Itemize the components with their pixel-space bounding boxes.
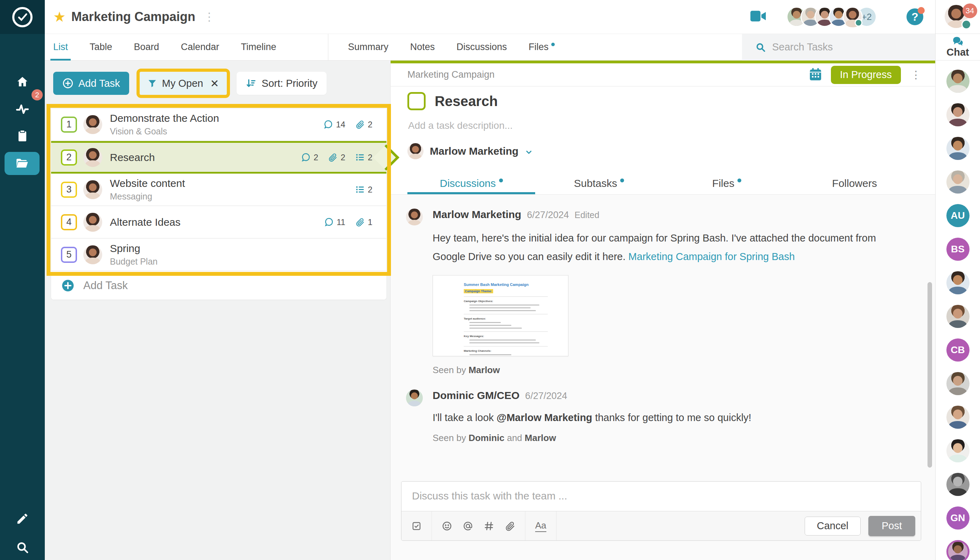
title-menu-dots-icon[interactable]: ⋮ xyxy=(204,10,215,23)
unread-dot xyxy=(551,43,555,46)
pencil-icon[interactable] xyxy=(0,512,45,525)
task-title: Demonstrate the Action xyxy=(110,112,219,124)
chat-contact[interactable] xyxy=(947,372,970,395)
view-tab-summary[interactable]: Summary xyxy=(348,34,388,60)
search-input[interactable] xyxy=(772,41,919,53)
chat-header[interactable]: Chat xyxy=(935,34,980,60)
chat-contact[interactable] xyxy=(947,540,970,560)
view-tab-calendar[interactable]: Calendar xyxy=(181,34,220,60)
add-task-row[interactable]: Add Task xyxy=(51,271,387,300)
activity-badge: 2 xyxy=(32,89,43,100)
assignee-avatar xyxy=(83,213,102,232)
comments-count: 2 xyxy=(301,153,318,162)
detail-tab-files[interactable]: Files xyxy=(663,173,791,194)
format-text-icon[interactable]: Aa xyxy=(535,520,547,532)
comment-bubble-icon xyxy=(324,217,333,227)
status-badge[interactable]: In Progress xyxy=(831,66,901,84)
task-detail-title: Research xyxy=(435,93,498,109)
priority-number-badge: 1 xyxy=(61,117,77,133)
emoji-icon[interactable] xyxy=(442,521,452,531)
author-avatar xyxy=(406,390,423,407)
chat-contact[interactable] xyxy=(947,70,970,93)
chat-contact-list: AUBSCBGN xyxy=(935,60,980,560)
task-title: Alternate Ideas xyxy=(110,216,181,228)
chat-contact[interactable] xyxy=(947,473,970,496)
chat-contact[interactable] xyxy=(947,271,970,294)
chat-contact[interactable] xyxy=(947,439,970,462)
task-row[interactable]: 4 Alternate Ideas 11 1 xyxy=(51,206,387,239)
assignee-dropdown[interactable]: Marlow Marketing xyxy=(407,143,918,159)
comment-bubble-icon xyxy=(301,153,310,162)
view-tab-board[interactable]: Board xyxy=(134,34,159,60)
view-tab-notes[interactable]: Notes xyxy=(410,34,435,60)
discussion-scrollbar[interactable] xyxy=(928,282,932,468)
message-author: Dominic GM/CEO xyxy=(433,390,519,402)
task-row[interactable]: 5 Spring Budget Plan xyxy=(51,239,387,271)
checklist-icon[interactable] xyxy=(411,521,422,531)
task-list-panel: Add Task My Open ✕ Sort: Priority 1 xyxy=(45,60,391,560)
chat-contact[interactable] xyxy=(947,305,970,328)
task-row[interactable]: 2 Research 2 2 2 xyxy=(51,141,387,173)
attachments-count: 1 xyxy=(355,217,372,227)
user-mention[interactable]: @Marlow Marketing xyxy=(497,412,592,423)
task-subtitle: Vision & Goals xyxy=(110,127,219,137)
app-logo[interactable] xyxy=(0,0,45,34)
paperclip-icon[interactable] xyxy=(505,521,515,531)
chat-contact[interactable]: CB xyxy=(947,338,970,362)
clear-filter-icon[interactable]: ✕ xyxy=(210,77,219,90)
author-avatar xyxy=(406,208,423,225)
complete-checkbox[interactable] xyxy=(407,92,426,110)
document-preview[interactable]: Summer Bash Marketing Campaign Campaign … xyxy=(433,275,568,356)
task-menu-dots-icon[interactable]: ⋮ xyxy=(911,68,921,81)
unread-dot xyxy=(737,178,741,182)
video-call-icon[interactable] xyxy=(750,10,766,23)
chat-contact[interactable] xyxy=(947,170,970,193)
chat-contact[interactable] xyxy=(947,406,970,429)
view-tab-timeline[interactable]: Timeline xyxy=(241,34,276,60)
chat-contact[interactable]: GN xyxy=(947,507,970,530)
activity-icon[interactable] xyxy=(0,103,45,116)
clipboard-icon[interactable] xyxy=(0,129,45,142)
description-placeholder[interactable]: Add a task description... xyxy=(408,120,918,131)
status-color-bar xyxy=(391,60,935,63)
search-icon[interactable] xyxy=(0,541,45,554)
search-tasks-box[interactable] xyxy=(742,34,935,60)
chat-contact[interactable]: BS xyxy=(947,238,970,261)
message-body: I'll take a look @Marlow Marketing thank… xyxy=(433,408,752,427)
attachment-link[interactable]: Marketing Campaign for Spring Bash xyxy=(628,251,795,262)
cancel-button[interactable]: Cancel xyxy=(805,517,861,535)
view-tab-discussions[interactable]: Discussions xyxy=(457,34,507,60)
comment-input[interactable]: Discuss this task with the team ... xyxy=(402,482,921,511)
chat-sidebar: 34 Chat AUBSCBGN xyxy=(935,0,980,560)
help-icon[interactable]: ? xyxy=(907,8,923,25)
assignee-avatar xyxy=(83,180,102,199)
detail-tab-discussions[interactable]: Discussions xyxy=(407,173,535,194)
filter-chip-my-open[interactable]: My Open ✕ xyxy=(140,72,227,95)
favorite-star-icon[interactable]: ★ xyxy=(53,10,66,24)
task-row[interactable]: 3 Website content Messaging 2 xyxy=(51,173,387,206)
discussion-area: Marlow Marketing 6/27/2024 Edited Hey te… xyxy=(391,194,935,560)
breadcrumb: Marketing Campaign xyxy=(407,69,809,80)
home-icon[interactable] xyxy=(0,75,45,88)
chat-contact[interactable] xyxy=(947,137,970,160)
view-tab-files[interactable]: Files xyxy=(528,34,555,60)
calendar-icon[interactable] xyxy=(809,68,822,82)
hashtag-icon[interactable] xyxy=(484,521,494,531)
add-task-button[interactable]: Add Task xyxy=(53,72,129,95)
detail-tab-followers[interactable]: Followers xyxy=(791,173,918,194)
filter-highlight-annotation: My Open ✕ xyxy=(137,68,230,98)
task-row[interactable]: 1 Demonstrate the Action Vision & Goals … xyxy=(51,108,387,141)
post-button[interactable]: Post xyxy=(868,516,915,536)
message: Marlow Marketing 6/27/2024 Edited Hey te… xyxy=(406,208,920,375)
chat-contact[interactable] xyxy=(947,103,970,127)
chat-contact[interactable]: AU xyxy=(947,204,970,227)
mention-icon[interactable] xyxy=(463,521,473,531)
view-tab-list[interactable]: List xyxy=(53,34,68,60)
projects-folder-active[interactable] xyxy=(5,152,40,175)
detail-tab-subtasks[interactable]: Subtasks xyxy=(535,173,663,194)
sort-chip[interactable]: Sort: Priority xyxy=(237,72,327,95)
member-avatar[interactable] xyxy=(843,8,862,26)
view-tab-table[interactable]: Table xyxy=(90,34,112,60)
task-summary: Research Add a task description... Marlo… xyxy=(391,87,935,194)
assignee-avatar xyxy=(83,115,102,134)
